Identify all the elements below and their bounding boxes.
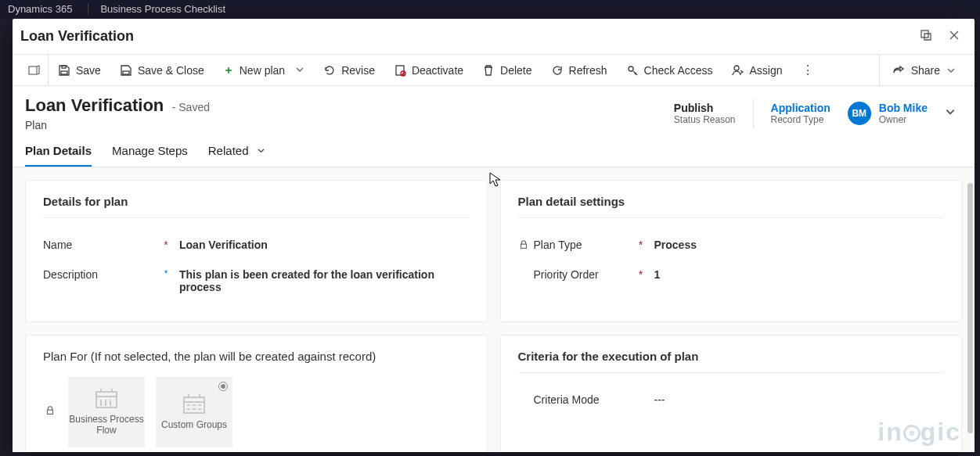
- name-field[interactable]: Name * Loan Verification: [43, 232, 470, 262]
- scrollbar[interactable]: [967, 183, 973, 433]
- details-heading: Details for plan: [43, 195, 470, 218]
- plan-type-value: Process: [647, 239, 945, 251]
- check-access-button[interactable]: Check Access: [617, 55, 722, 85]
- chevron-down-icon: [295, 64, 304, 77]
- record-modal: Loan Verification Save Save & Close ＋ Ne…: [13, 19, 975, 452]
- svg-rect-3: [62, 66, 66, 68]
- modal-header: Loan Verification: [13, 19, 975, 55]
- entity-name: Plan: [25, 119, 210, 131]
- close-icon[interactable]: [946, 29, 962, 45]
- svg-point-7: [629, 66, 633, 71]
- form-tabs: Plan Details Manage Steps Related: [13, 131, 975, 167]
- owner-avatar[interactable]: BM: [848, 102, 871, 125]
- required-marker: *: [636, 268, 647, 281]
- tab-manage-steps[interactable]: Manage Steps: [112, 144, 188, 167]
- calendar-icon: [95, 389, 118, 409]
- settings-card: Plan detail settings Plan Type * Process…: [500, 180, 963, 322]
- back-popout-button[interactable]: [19, 55, 49, 85]
- owner-block: BM Bob Mike Owner: [848, 102, 928, 125]
- save-button[interactable]: Save: [49, 55, 110, 85]
- header-expand-button[interactable]: [945, 106, 956, 120]
- svg-rect-2: [61, 71, 67, 74]
- svg-point-8: [734, 66, 739, 70]
- popout-icon[interactable]: [918, 29, 934, 45]
- new-plan-button[interactable]: ＋ New plan: [214, 55, 314, 85]
- settings-heading: Plan detail settings: [518, 195, 945, 218]
- tab-plan-details[interactable]: Plan Details: [25, 144, 92, 167]
- plan-for-heading: Plan For (If not selected, the plan will…: [43, 350, 470, 372]
- criteria-mode-field[interactable]: Criteria Mode ---: [518, 387, 945, 417]
- divider: [753, 99, 754, 127]
- delete-button[interactable]: Delete: [473, 55, 541, 85]
- tile-custom-groups[interactable]: Custom Groups: [156, 377, 232, 447]
- description-field[interactable]: Description * This plan is been created …: [43, 262, 470, 304]
- page-header: Loan Verification - Saved Plan Publish S…: [13, 86, 975, 131]
- criteria-heading: Criteria for the execution of plan: [518, 350, 945, 373]
- details-card: Details for plan Name * Loan Verificatio…: [25, 180, 488, 322]
- status-reason-label: Status Reason: [674, 114, 736, 125]
- priority-value[interactable]: 1: [647, 268, 945, 281]
- saved-indicator: - Saved: [172, 101, 210, 113]
- recommended-marker: *: [160, 268, 171, 279]
- modal-title: Loan Verification: [20, 28, 134, 45]
- svg-rect-4: [123, 71, 129, 74]
- required-marker: *: [160, 239, 171, 251]
- chevron-down-icon: [257, 144, 265, 157]
- description-value[interactable]: This plan is been created for the loan v…: [171, 268, 470, 293]
- tab-related[interactable]: Related: [208, 144, 265, 167]
- command-bar: Save Save & Close ＋ New plan Revise Deac…: [13, 55, 975, 86]
- svg-rect-9: [521, 244, 526, 248]
- svg-rect-10: [48, 410, 53, 414]
- plan-type-label: Plan Type: [518, 239, 636, 251]
- name-label: Name: [43, 239, 160, 251]
- refresh-button[interactable]: Refresh: [542, 55, 617, 85]
- revise-button[interactable]: Revise: [314, 55, 384, 85]
- record-type-value[interactable]: Application: [771, 102, 830, 114]
- share-button[interactable]: Share: [879, 55, 968, 85]
- overflow-button[interactable]: ⋮: [792, 63, 823, 77]
- svg-rect-1: [29, 66, 37, 74]
- save-close-button[interactable]: Save & Close: [110, 55, 214, 85]
- priority-label: Priority Order: [518, 268, 636, 281]
- calendar-grid-icon: [182, 394, 206, 415]
- tile-business-process-flow[interactable]: Business Process Flow: [68, 377, 145, 447]
- radio-selected-icon: [218, 382, 228, 391]
- plus-icon: ＋: [223, 63, 234, 77]
- chevron-down-icon: [946, 66, 956, 75]
- name-value[interactable]: Loan Verification: [171, 239, 470, 251]
- criteria-card: Criteria for the execution of plan Crite…: [500, 335, 963, 452]
- criteria-mode-label: Criteria Mode: [518, 393, 636, 406]
- background-app-bar: Dynamics 365 Business Process Checklist: [0, 0, 980, 17]
- form-content: Details for plan Name * Loan Verificatio…: [13, 167, 975, 452]
- lock-icon: [518, 239, 529, 250]
- module-label: Business Process Checklist: [88, 3, 225, 15]
- lock-icon: [43, 405, 57, 419]
- owner-label: Owner: [879, 114, 928, 125]
- status-reason-value: Publish: [674, 102, 736, 114]
- plan-for-card: Plan For (If not selected, the plan will…: [25, 335, 488, 452]
- status-reason-block: Publish Status Reason: [674, 102, 736, 125]
- priority-field[interactable]: Priority Order * 1: [518, 262, 945, 292]
- description-label: Description: [43, 268, 160, 281]
- record-title: Loan Verification: [25, 95, 164, 115]
- deactivate-button[interactable]: Deactivate: [384, 55, 473, 85]
- assign-button[interactable]: Assign: [722, 55, 792, 85]
- svg-rect-11: [96, 392, 117, 408]
- brand-label: Dynamics 365: [8, 3, 72, 15]
- owner-name[interactable]: Bob Mike: [879, 102, 928, 114]
- plan-type-field: Plan Type * Process: [518, 232, 945, 262]
- criteria-mode-value[interactable]: ---: [647, 393, 945, 406]
- record-type-block: Application Record Type: [771, 102, 830, 125]
- record-type-label: Record Type: [771, 114, 830, 125]
- required-marker: *: [636, 239, 647, 251]
